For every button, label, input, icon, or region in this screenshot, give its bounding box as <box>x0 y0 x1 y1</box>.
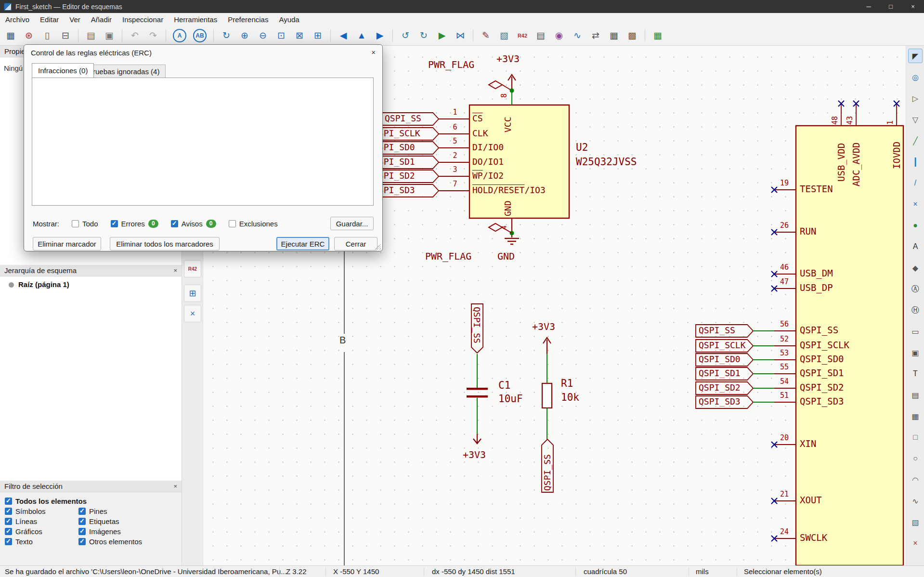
menu-anadir[interactable]: Añadir <box>86 13 117 26</box>
nav-up-icon[interactable]: ▲ <box>354 28 369 43</box>
close-dialog-button[interactable]: Cerrar <box>334 237 377 250</box>
checkbox-icon[interactable] <box>78 528 86 535</box>
minimize-button[interactable]: ─ <box>858 0 880 13</box>
image-icon[interactable]: ▧ <box>496 28 512 43</box>
net-label[interactable]: QSPI_SD1 <box>699 368 741 378</box>
zoom-out-icon[interactable]: ⊖ <box>255 28 271 43</box>
erc-icon[interactable]: ◉ <box>551 28 567 43</box>
tab-infracciones[interactable]: Infracciones (0) <box>32 63 94 78</box>
reference-fields-toggle-icon[interactable]: R42 <box>184 260 201 277</box>
place-symbol-tool-icon[interactable]: ▷ <box>908 91 923 105</box>
net-label[interactable]: QSPI_SD3 <box>699 397 741 407</box>
checkbox-icon[interactable] <box>111 220 118 227</box>
checkbox-icon[interactable] <box>5 498 12 505</box>
c1-value[interactable]: 10uF <box>498 393 523 405</box>
checkbox-icon[interactable] <box>5 528 12 535</box>
bezier-tool-icon[interactable]: ∿ <box>908 494 923 508</box>
nav-back-icon[interactable]: ◀ <box>336 28 351 43</box>
schematic-setup-icon[interactable]: ⊛ <box>21 28 37 43</box>
r1-net-label[interactable]: QSPI_SS <box>543 446 552 491</box>
menu-inspeccionar[interactable]: Inspeccionar <box>117 13 169 26</box>
window-titlebar[interactable]: First_sketch — Editor de esquemas ─ □ × <box>0 0 924 13</box>
hierarchy-root-item[interactable]: Raíz (página 1) <box>18 280 69 288</box>
symbol-editor-icon[interactable]: ✎ <box>478 28 494 43</box>
pcb-editor-icon[interactable]: ▦ <box>650 28 665 43</box>
erc-filter-exclusiones[interactable]: Exclusiones <box>229 219 278 229</box>
hierarchy-navigator-toggle-icon[interactable]: ⊞ <box>184 285 201 302</box>
mirror-icon[interactable]: ⋈ <box>453 28 468 43</box>
maximize-button[interactable]: □ <box>880 0 902 13</box>
tab-pruebas-ignoradas[interactable]: Pruebas ignoradas (4) <box>82 65 166 78</box>
checkbox-icon[interactable] <box>171 220 178 227</box>
pwr-flag-label[interactable]: PWR_FLAG <box>428 59 474 70</box>
violations-list[interactable] <box>32 78 374 206</box>
zoom-page-icon[interactable]: ⊠ <box>292 28 307 43</box>
checkbox-icon[interactable] <box>72 220 79 227</box>
filter-checkbox-graficos[interactable]: Gráficos <box>5 526 87 537</box>
delete-tool-icon[interactable]: × <box>908 536 923 551</box>
menu-ver[interactable]: Ver <box>64 13 86 26</box>
net-label[interactable]: QSPI_SD0 <box>699 354 741 364</box>
rectangle-tool-icon[interactable]: □ <box>908 430 923 445</box>
bom-icon[interactable]: ▦ <box>606 28 622 43</box>
close-button[interactable]: × <box>902 0 924 13</box>
r1-value[interactable]: 10k <box>561 392 579 403</box>
net-label[interactable]: QSPI_SCLK <box>699 341 746 350</box>
image-tool-icon[interactable]: ▧ <box>908 515 923 529</box>
filter-checkbox-etiquetas[interactable]: Etiquetas <box>78 516 142 526</box>
checkbox-icon[interactable] <box>5 518 12 525</box>
r1-rail-label[interactable]: +3V3 <box>532 321 555 332</box>
simulator-icon[interactable]: ∿ <box>570 28 585 43</box>
run-simulation-icon[interactable]: ▶ <box>434 28 450 43</box>
symbol-fields-table-icon[interactable]: ▤ <box>533 28 548 43</box>
select-tool-icon[interactable]: ◤ <box>908 49 923 63</box>
global-label-tool-icon[interactable]: Ⓐ <box>908 282 923 296</box>
sheet-tool-icon[interactable]: ▭ <box>908 324 923 339</box>
resize-grip[interactable] <box>375 244 381 249</box>
tools-toggle-icon[interactable]: × <box>184 305 201 322</box>
menu-editar[interactable]: Editar <box>35 13 64 26</box>
junction-tool-icon[interactable]: ● <box>908 218 923 233</box>
zoom-fit-icon[interactable]: ⊡ <box>273 28 289 43</box>
assign-footprints-icon[interactable]: ⇄ <box>588 28 603 43</box>
erc-filter-todo[interactable]: Todo <box>72 219 98 229</box>
find-icon[interactable]: A <box>173 29 186 42</box>
textbox-tool-icon[interactable]: ▤ <box>908 388 923 402</box>
save-icon[interactable]: ▦ <box>3 28 18 43</box>
undo-icon[interactable]: ↶ <box>127 28 143 43</box>
bus-tool-icon[interactable]: ┃ <box>908 155 923 169</box>
rotate-ccw-icon[interactable]: ↺ <box>398 28 413 43</box>
save-report-button[interactable]: Guardar... <box>330 217 374 230</box>
place-power-tool-icon[interactable]: ▽ <box>908 112 923 127</box>
circle-tool-icon[interactable]: ○ <box>908 451 923 466</box>
close-icon[interactable]: × <box>173 267 177 274</box>
close-icon[interactable]: × <box>371 48 376 56</box>
text-tool-icon[interactable]: T <box>908 367 923 381</box>
paste-icon[interactable]: ▤ <box>83 28 99 43</box>
bus-entry-tool-icon[interactable]: / <box>908 176 923 190</box>
delete-marker-button[interactable]: Eliminar marcador <box>33 237 101 250</box>
filter-checkbox-lineas[interactable]: Líneas <box>5 516 87 526</box>
u2-value[interactable]: W25Q32JVSS <box>576 157 637 168</box>
nav-forward-icon[interactable]: ▶ <box>372 28 388 43</box>
checkbox-icon[interactable] <box>78 538 86 545</box>
run-erc-button[interactable]: Ejecutar ERC <box>276 237 329 250</box>
filter-checkbox-pines[interactable]: Pines <box>78 506 142 516</box>
menu-herramientas[interactable]: Herramientas <box>169 13 222 26</box>
hierarchical-label-tool-icon[interactable]: Ⓗ <box>908 303 923 317</box>
v33-label[interactable]: +3V3 <box>496 53 520 64</box>
checkbox-icon[interactable] <box>78 508 86 515</box>
selection-filter-caption[interactable]: Filtro de selección × <box>0 481 182 492</box>
filter-checkbox-texto[interactable]: Texto <box>5 537 87 547</box>
gnd-label[interactable]: GND <box>497 251 515 262</box>
menu-preferencias[interactable]: Preferencias <box>222 13 273 26</box>
rotate-cw-icon[interactable]: ↻ <box>416 28 431 43</box>
r1-reference[interactable]: R1 <box>561 378 573 389</box>
c1-net-label[interactable]: QSPI_SS <box>472 307 482 351</box>
checkbox-icon[interactable] <box>5 538 12 545</box>
netclass-directive-tool-icon[interactable]: ◆ <box>908 261 923 275</box>
delete-all-markers-button[interactable]: Eliminar todos los marcadores <box>110 237 220 250</box>
net-label[interactable]: QSPI_SD2 <box>699 383 741 393</box>
redo-icon[interactable]: ↷ <box>145 28 161 43</box>
external-tool-icon[interactable]: ▩ <box>625 28 640 43</box>
